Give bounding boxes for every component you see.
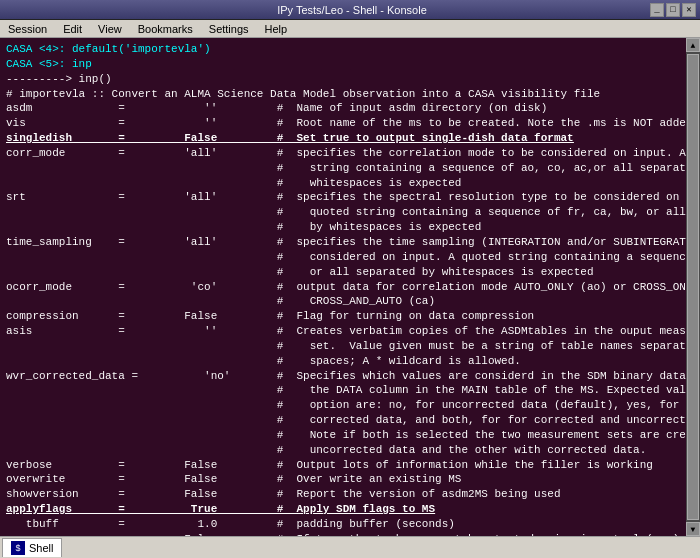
terminal-line: # option are: no, for uncorrected data (… <box>6 398 680 413</box>
terminal-output[interactable]: CASA <4>: default('importevla')CASA <5>:… <box>0 38 686 536</box>
terminal-line: verbose = False # Output lots of informa… <box>6 458 680 473</box>
terminal-line: compression = False # Flag for turning o… <box>6 309 680 324</box>
menu-settings[interactable]: Settings <box>205 22 253 36</box>
terminal-line: overwrite = False # Over write an existi… <box>6 472 680 487</box>
terminal-line: CASA <5>: inp <box>6 57 680 72</box>
terminal-line: CASA <4>: default('importevla') <box>6 42 680 57</box>
terminal-line: asis = '' # Creates verbatim copies of t… <box>6 324 680 339</box>
menu-edit[interactable]: Edit <box>59 22 86 36</box>
terminal-line: ocorr_mode = 'co' # output data for corr… <box>6 280 680 295</box>
shell-icon: $ <box>11 541 25 555</box>
terminal-line: # considered on input. A quoted string c… <box>6 250 680 265</box>
terminal-line: # uncorrected data and the other with co… <box>6 443 680 458</box>
terminal-line: async = False # If true the taskname mus… <box>6 532 680 536</box>
terminal-line: # by whitespaces is expected <box>6 220 680 235</box>
maximize-button[interactable]: □ <box>666 3 680 17</box>
title-bar: IPy Tests/Leo - Shell - Konsole _ □ ✕ <box>0 0 700 20</box>
menu-bar: Session Edit View Bookmarks Settings Hel… <box>0 20 700 38</box>
terminal-line: # quoted string containing a sequence of… <box>6 205 680 220</box>
terminal-line: # the DATA column in the MAIN table of t… <box>6 383 680 398</box>
terminal-line: # CROSS_AND_AUTO (ca) <box>6 294 680 309</box>
scrollbar[interactable]: ▲ ▼ <box>686 38 700 536</box>
terminal-line: showversion = False # Report the version… <box>6 487 680 502</box>
menu-view[interactable]: View <box>94 22 126 36</box>
tab-bar: $ Shell <box>0 536 700 558</box>
terminal-line: # string containing a sequence of ao, co… <box>6 161 680 176</box>
window-title: IPy Tests/Leo - Shell - Konsole <box>54 4 650 16</box>
tab-shell-label: Shell <box>29 542 53 554</box>
terminal-line: ---------> inp() <box>6 72 680 87</box>
window-controls[interactable]: _ □ ✕ <box>650 3 696 17</box>
menu-session[interactable]: Session <box>4 22 51 36</box>
terminal-line: # importevla :: Convert an ALMA Science … <box>6 87 680 102</box>
terminal-line: # whitespaces is expected <box>6 176 680 191</box>
terminal-line: tbuff = 1.0 # padding buffer (seconds) <box>6 517 680 532</box>
terminal-line: srt = 'all' # specifies the spectral res… <box>6 190 680 205</box>
tab-shell[interactable]: $ Shell <box>2 538 62 557</box>
terminal-line: # set. Value given must be a string of t… <box>6 339 680 354</box>
scroll-down-button[interactable]: ▼ <box>686 522 700 536</box>
terminal-line: wvr_corrected_data = 'no' # Specifies wh… <box>6 369 680 384</box>
terminal-line: corr_mode = 'all' # specifies the correl… <box>6 146 680 161</box>
terminal-line: time_sampling = 'all' # specifies the ti… <box>6 235 680 250</box>
main-container: IPy Tests/Leo - Shell - Konsole _ □ ✕ Se… <box>0 0 700 558</box>
terminal-line: asdm = '' # Name of input asdm directory… <box>6 101 680 116</box>
terminal-line: # spaces; A * wildcard is allowed. <box>6 354 680 369</box>
terminal-line: # Note if both is selected the two measu… <box>6 428 680 443</box>
minimize-button[interactable]: _ <box>650 3 664 17</box>
terminal-line: singledish = False # Set true to output … <box>6 131 680 146</box>
menu-bookmarks[interactable]: Bookmarks <box>134 22 197 36</box>
menu-help[interactable]: Help <box>261 22 292 36</box>
close-button[interactable]: ✕ <box>682 3 696 17</box>
scroll-thumb[interactable] <box>687 54 699 520</box>
terminal-line: # corrected data, and both, for for corr… <box>6 413 680 428</box>
terminal-line: applyflags = True # Apply SDM flags to M… <box>6 502 680 517</box>
scroll-up-button[interactable]: ▲ <box>686 38 700 52</box>
terminal-line: vis = '' # Root name of the ms to be cre… <box>6 116 680 131</box>
terminal-line: # or all separated by whitespaces is exp… <box>6 265 680 280</box>
